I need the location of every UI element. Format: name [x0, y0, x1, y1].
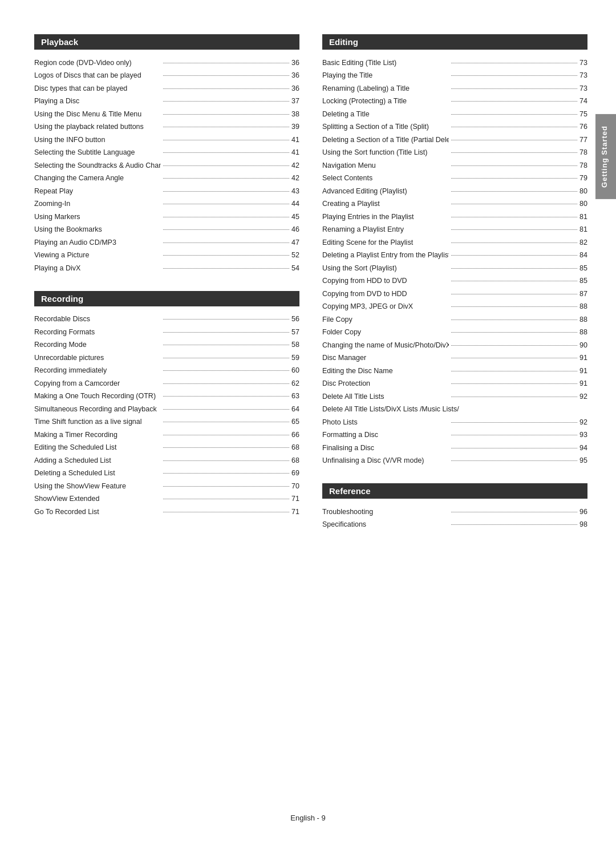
list-item: Editing the Scheduled List68	[34, 442, 299, 455]
toc-label: Renaming a Playlist Entry	[322, 225, 449, 235]
toc-label: Disc Protection	[322, 379, 449, 389]
toc-label: Using the Disc Menu & Title Menu	[34, 110, 161, 120]
toc-page: 57	[291, 328, 299, 338]
toc-dots	[163, 204, 290, 204]
toc-label: Select Contents	[322, 173, 449, 184]
toc-label: Deleting a Scheduled List	[34, 468, 161, 479]
toc-label: Go To Recorded List	[34, 507, 161, 517]
toc-label: Repeat Play	[34, 187, 161, 197]
toc-dots	[163, 242, 290, 243]
toc-page: 66	[291, 430, 299, 440]
toc-dots	[451, 217, 578, 217]
list-item: Simultaneous Recording and Playback64	[34, 403, 299, 416]
toc-dots	[163, 358, 290, 358]
toc-dots	[163, 191, 290, 192]
toc-page: 96	[579, 507, 587, 517]
toc-page: 54	[291, 264, 299, 274]
list-item: Deleting a Playlist Entry from the Playl…	[322, 249, 587, 262]
toc-label: Changing the Camera Angle	[34, 173, 161, 184]
list-item: Basic Editing (Title List)73	[322, 56, 587, 70]
toc-dots	[163, 88, 290, 89]
list-item: Viewing a Picture52	[34, 249, 299, 262]
toc-dots	[163, 486, 290, 487]
list-item: Zooming-In44	[34, 198, 299, 211]
list-item: Select Contents79	[322, 172, 587, 185]
toc-label: Playing an Audio CD/MP3	[34, 238, 161, 248]
toc-dots	[451, 268, 578, 269]
list-item: Playing the Title73	[322, 70, 587, 83]
page: Getting Started Playback Region code (DV…	[0, 0, 616, 845]
list-item: Unfinalising a Disc (V/VR mode)95	[322, 455, 587, 468]
toc-dots	[163, 127, 290, 127]
toc-page: 42	[291, 173, 299, 184]
toc-label: Troubleshooting	[322, 507, 449, 517]
toc-label: Zooming-In	[34, 199, 161, 209]
toc-page: 41	[291, 148, 299, 158]
editing-section: Editing Basic Editing (Title List)73Play…	[322, 34, 587, 467]
toc-dots	[163, 101, 290, 102]
toc-page: 41	[291, 135, 299, 145]
toc-page: 59	[291, 353, 299, 363]
side-tab: Getting Started	[595, 114, 616, 199]
toc-page: 75	[579, 110, 587, 120]
toc-dots	[451, 281, 578, 281]
toc-page: 84	[579, 250, 587, 261]
toc-label: File Copy	[322, 315, 449, 325]
toc-dots	[451, 345, 578, 346]
toc-page: 78	[579, 161, 587, 171]
toc-label: Finalising a Disc	[322, 443, 449, 454]
list-item: ShowView Extended71	[34, 493, 299, 506]
toc-page: 70	[291, 482, 299, 492]
right-column: Editing Basic Editing (Title List)73Play…	[322, 34, 587, 547]
reference-list: Troubleshooting96Specifications98	[322, 506, 587, 531]
toc-dots	[163, 396, 290, 397]
list-item: File Copy88	[322, 313, 587, 326]
list-item: Recording Mode58	[34, 339, 299, 352]
toc-dots	[163, 383, 290, 384]
toc-page: 36	[291, 84, 299, 94]
list-item: Renaming a Playlist Entry81	[322, 224, 587, 237]
toc-page: 52	[291, 250, 299, 261]
toc-page: 38	[291, 110, 299, 120]
footer: English - 9	[0, 814, 616, 822]
toc-page: 73	[579, 84, 587, 94]
toc-dots	[163, 268, 290, 269]
toc-label: Making a One Touch Recording (OTR)	[34, 391, 161, 402]
toc-dots	[451, 255, 578, 256]
toc-dots	[163, 435, 290, 435]
toc-page: 92	[579, 418, 587, 428]
toc-label: Recordable Discs	[34, 314, 161, 325]
toc-dots	[163, 473, 290, 474]
list-item: Using the Sort (Playlist)85	[322, 262, 587, 275]
toc-dots	[451, 114, 578, 115]
recording-list: Recordable Discs56Recording Formats57Rec…	[34, 313, 299, 519]
list-item: Repeat Play43	[34, 185, 299, 198]
toc-label: Copying from a Camcorder	[34, 379, 161, 389]
list-item: Editing Scene for the Playlist82	[322, 236, 587, 249]
toc-page: 98	[579, 520, 587, 530]
toc-page: 69	[291, 468, 299, 479]
toc-page: 88	[579, 315, 587, 325]
toc-label: Navigation Menu	[322, 161, 449, 171]
toc-dots	[163, 422, 290, 422]
toc-label: Selecting the Subtitle Language	[34, 148, 161, 158]
list-item: Playing Entries in the Playlist81	[322, 211, 587, 224]
list-item: Go To Recorded List71	[34, 506, 299, 519]
toc-label: Creating a Playlist	[322, 199, 449, 209]
toc-dots	[451, 165, 578, 166]
toc-page: 88	[579, 302, 587, 312]
toc-label: Region code (DVD-Video only)	[34, 58, 161, 68]
list-item: Photo Lists92	[322, 416, 587, 429]
reference-section: Reference Troubleshooting96Specification…	[322, 483, 587, 531]
toc-page: 45	[291, 212, 299, 223]
reference-header: Reference	[322, 483, 587, 499]
toc-label: Logos of Discs that can be played	[34, 71, 161, 81]
toc-page: 63	[291, 391, 299, 402]
recording-header: Recording	[34, 291, 299, 306]
toc-page: 74	[579, 96, 587, 107]
list-item: Delete All Title Lists/DivX Lists /Music…	[322, 403, 587, 417]
toc-page: 78	[579, 148, 587, 158]
toc-dots	[451, 320, 578, 320]
toc-dots	[163, 63, 290, 63]
toc-page: 79	[579, 173, 587, 184]
